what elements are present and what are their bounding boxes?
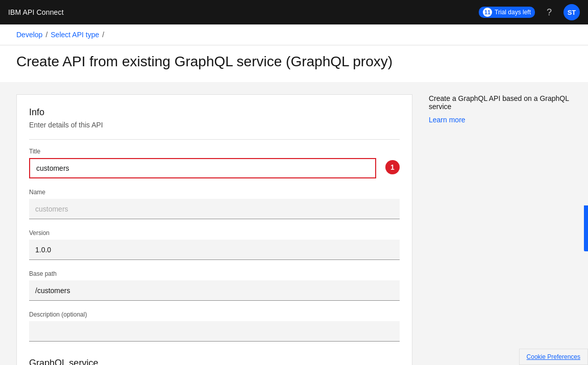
title-input[interactable]	[29, 158, 376, 178]
step-1-indicator: 1	[385, 160, 400, 174]
trial-days-label: Trial days left	[495, 9, 531, 16]
side-info-text: Create a GraphQL API based on a GraphQL …	[429, 94, 572, 111]
version-input[interactable]	[29, 240, 400, 260]
description-field-group: Description (optional)	[29, 311, 400, 342]
breadcrumb-sep-2: /	[102, 31, 104, 39]
trial-days-number: 11	[483, 8, 492, 17]
info-section-header: Info Enter details of this API	[29, 107, 400, 129]
app-logo: IBM API Connect	[8, 8, 64, 16]
cookie-preferences[interactable]: Cookie Preferences	[519, 349, 588, 365]
learn-more-link[interactable]: Learn more	[429, 116, 465, 124]
name-label: Name	[29, 189, 400, 196]
breadcrumb: Develop / Select API type /	[0, 24, 588, 45]
nav-left: IBM API Connect	[8, 8, 64, 16]
top-navigation: IBM API Connect 11 Trial days left ? ST	[0, 0, 588, 24]
version-field-group: Version	[29, 229, 400, 260]
breadcrumb-select-api-type[interactable]: Select API type	[51, 31, 99, 39]
title-label: Title	[29, 148, 400, 155]
base-path-field-group: Base path	[29, 270, 400, 301]
name-input[interactable]	[29, 199, 400, 219]
feedback-tab[interactable]: Feedback	[584, 205, 589, 251]
trial-badge: 11 Trial days left	[479, 7, 535, 18]
main-wrapper: Develop / Select API type / Create API f…	[0, 24, 588, 365]
description-label: Description (optional)	[29, 311, 400, 318]
divider-1	[29, 139, 400, 140]
base-path-label: Base path	[29, 270, 400, 277]
graphql-section: GraphQL service Enter the URL and schema…	[29, 358, 400, 365]
breadcrumb-develop[interactable]: Develop	[16, 31, 42, 39]
help-icon[interactable]: ?	[541, 4, 557, 20]
form-panel: Info Enter details of this API Title 1 N…	[16, 94, 412, 365]
cookie-preferences-label: Cookie Preferences	[527, 353, 580, 360]
info-section-subtitle: Enter details of this API	[29, 121, 400, 129]
version-label: Version	[29, 229, 400, 237]
side-info-panel: Create a GraphQL API based on a GraphQL …	[429, 94, 572, 365]
base-path-input[interactable]	[29, 280, 400, 301]
graphql-section-title: GraphQL service	[29, 358, 400, 365]
info-section-title: Info	[29, 107, 400, 118]
breadcrumb-sep-1: /	[45, 31, 47, 39]
content-layout: Info Enter details of this API Title 1 N…	[0, 82, 588, 365]
page-title-area: Create API from existing GraphQL service…	[0, 45, 588, 82]
title-field-group: Title 1	[29, 148, 400, 178]
page-title: Create API from existing GraphQL service…	[16, 54, 572, 70]
nav-right: 11 Trial days left ? ST	[479, 4, 580, 20]
avatar[interactable]: ST	[564, 4, 580, 20]
name-field-group: Name	[29, 189, 400, 219]
description-input[interactable]	[29, 321, 400, 342]
